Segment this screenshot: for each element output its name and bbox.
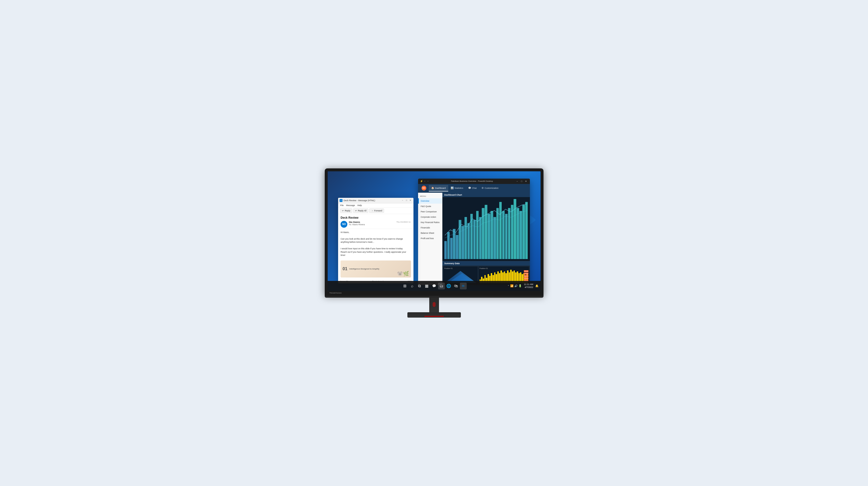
- reply-button[interactable]: ↩ Reply: [340, 208, 352, 213]
- email-body: Hi Mario, Can you look at this deck and …: [338, 229, 413, 259]
- sidebar-item-fo-quote[interactable]: F&O Quote: [418, 204, 442, 209]
- system-clock[interactable]: 11:11 AM 4/7/2022: [524, 283, 533, 289]
- chart-bar: [479, 217, 482, 259]
- email-close-button[interactable]: ✕: [409, 199, 412, 202]
- taskbar-widgets[interactable]: ▦: [424, 283, 430, 289]
- chart-bar: [502, 211, 505, 259]
- email-toolbar: ↩ Reply ↩ Reply All → Forward: [338, 207, 413, 214]
- dashboard-icon: 🏠: [431, 187, 434, 189]
- nav-chat-label: Chat: [472, 187, 477, 189]
- forward-icon: →: [371, 209, 373, 212]
- chart-bar: [485, 205, 487, 259]
- taskbar-chat[interactable]: 💬: [431, 283, 437, 289]
- bar-chart: [443, 198, 529, 260]
- sidebar-item-key-financial-ratios[interactable]: Key Financial Ratios: [418, 220, 442, 225]
- chart-bar: [482, 208, 484, 259]
- forward-button[interactable]: → Forward: [369, 208, 384, 213]
- powerbi-title: Fabrikam Business Overview - PowerBI Des…: [429, 180, 515, 182]
- sender-name: Nia Owens: [349, 221, 395, 223]
- email-attachment: 01 Intelligence Designed to Amplify 🐨🌿: [341, 260, 411, 278]
- summary-header: Summary Data: [442, 261, 530, 266]
- email-minimize-button[interactable]: −: [401, 199, 404, 202]
- sidebar-item-financials[interactable]: Financials: [418, 225, 442, 230]
- taskbar-edge[interactable]: 🌐: [445, 283, 452, 289]
- nav-tab-dashboard[interactable]: 🏠 Dashboard: [429, 185, 448, 192]
- email-date: Thu 4/1/2022 11:: [397, 221, 411, 223]
- email-menu-message[interactable]: Message: [346, 204, 355, 206]
- battery-icon[interactable]: 🔋: [519, 284, 522, 288]
- powerbi-main: Dashboard Chart: [442, 193, 530, 285]
- sidebar-item-profit-loss[interactable]: Profit and loss: [418, 236, 442, 241]
- sender-to: To: Mario Rivera: [349, 223, 395, 226]
- powerbi-close-button[interactable]: ✕: [524, 180, 528, 183]
- email-subject: Deck Review: [341, 216, 411, 220]
- body-greeting: Hi Mario,: [341, 231, 411, 234]
- val-3: 166.8k: [524, 275, 528, 277]
- chart-bar: [470, 214, 473, 259]
- position-01-label: Position 01: [444, 267, 477, 269]
- chart-bar: [514, 199, 516, 259]
- volume-icon[interactable]: 🔊: [514, 284, 518, 288]
- nav-customization-label: Customization: [485, 187, 499, 189]
- chart-bar: [447, 232, 450, 259]
- chart-bar: [520, 211, 522, 259]
- chart-bar: [511, 205, 514, 259]
- monitor-stand-neck: [429, 298, 439, 312]
- chevron-up-icon[interactable]: ⌃: [507, 285, 509, 287]
- monitor-bottom-bezel: [325, 296, 544, 298]
- nav-statistics-label: Statistics: [455, 187, 463, 189]
- chart-bar: [453, 229, 455, 259]
- val-4: 164.8k: [524, 278, 528, 280]
- nav-tab-chat[interactable]: 💬 Chat: [466, 185, 479, 192]
- task-view-button[interactable]: ⧉: [416, 283, 423, 289]
- powerbi-fwd-btn[interactable]: →: [427, 180, 429, 182]
- email-menu-help[interactable]: Help: [357, 204, 362, 206]
- wifi-icon[interactable]: 📶: [510, 284, 514, 288]
- reply-all-button[interactable]: ↩ Reply All: [353, 208, 368, 213]
- powerbi-content: Menu Overview F&O Quote Peer Comparison …: [418, 193, 530, 285]
- chart-bar: [493, 217, 496, 259]
- sidebar-item-overview[interactable]: Overview: [418, 198, 442, 204]
- monitor-stand-base: [407, 312, 461, 318]
- sidebar-item-corporate-action[interactable]: Corporate Action: [418, 214, 442, 220]
- attachment-decoration: 🐨🌿: [397, 271, 409, 277]
- search-button[interactable]: ⌕: [409, 283, 416, 289]
- customization-icon: ⚙: [482, 187, 484, 189]
- start-button[interactable]: ⊞: [402, 283, 408, 289]
- taskbar-store[interactable]: 🛍: [453, 283, 459, 289]
- dashboard-chart-header: Dashboard Chart: [442, 193, 530, 197]
- powerbi-window: ⚡ ← → Fabrikam Business Overview - Power…: [418, 179, 530, 285]
- chart-bar: [525, 202, 528, 259]
- chart-bar: [499, 202, 502, 259]
- email-menu-file[interactable]: File: [340, 204, 344, 206]
- desktop: O Deck Review - Message (HTML) − □ ✕ Fil…: [328, 171, 540, 291]
- chart-bar: [491, 211, 493, 259]
- chart-bar: [459, 220, 461, 259]
- taskbar-outlook[interactable]: ✉: [460, 283, 467, 289]
- sidebar-item-peer-comparison[interactable]: Peer Comparison: [418, 209, 442, 214]
- email-header: Deck Review NO Nia Owens To: Mario River…: [338, 214, 413, 229]
- powerbi-restore-button[interactable]: □: [520, 180, 524, 183]
- screen: O Deck Review - Message (HTML) − □ ✕ Fil…: [328, 171, 540, 291]
- email-restore-button[interactable]: □: [405, 199, 408, 202]
- taskbar-explorer[interactable]: 🗂: [438, 283, 445, 289]
- powerbi-titlebar: ⚡ ← → Fabrikam Business Overview - Power…: [418, 179, 530, 184]
- monitor-bezel: O Deck Review - Message (HTML) − □ ✕ Fil…: [325, 168, 544, 296]
- powerbi-back-btn[interactable]: ←: [424, 180, 426, 182]
- notification-icon[interactable]: 🔔: [535, 284, 539, 288]
- sidebar-item-balance-sheet[interactable]: Balance Sheet: [418, 230, 442, 236]
- nav-tab-statistics[interactable]: 📊 Statistics: [448, 185, 466, 192]
- dashboard-chart-area: [442, 197, 530, 261]
- nav-tab-customization[interactable]: ⚙ Customization: [479, 185, 501, 192]
- powerbi-icon: ⚡: [420, 180, 423, 183]
- reply-all-icon: ↩: [355, 209, 357, 212]
- chart-bar: [488, 214, 490, 259]
- chart-bar: [522, 205, 525, 259]
- clock-date: 4/7/2022: [524, 286, 533, 289]
- body-line3: I would love input on this slide if you …: [341, 247, 411, 251]
- powerbi-minimize-button[interactable]: −: [515, 180, 519, 183]
- clock-time: 11:11 AM: [524, 283, 533, 286]
- sender-info: Nia Owens To: Mario Rivera: [349, 221, 395, 226]
- chart-bar: [462, 226, 464, 259]
- powerbi-user-icon: NO: [419, 184, 429, 193]
